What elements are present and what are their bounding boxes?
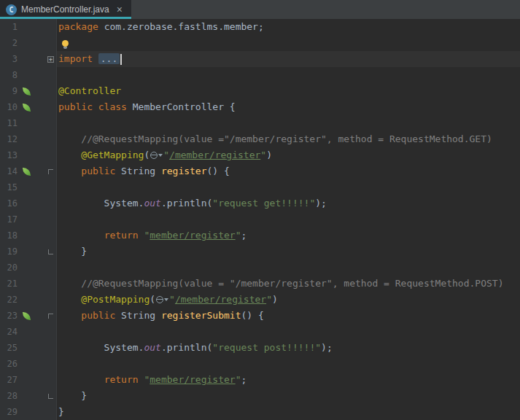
code-text[interactable]: member/register <box>150 230 235 241</box>
code-line[interactable]: return "member/register"; <box>57 372 520 388</box>
gutter-cell[interactable]: 8 <box>0 67 57 83</box>
code-line[interactable] <box>57 179 520 195</box>
gutter-cell[interactable]: 18 <box>0 228 57 244</box>
gutter-cell[interactable]: 1 <box>0 19 57 35</box>
code-line[interactable]: @PostMapping("/member/register") <box>57 292 520 308</box>
code-line[interactable] <box>57 324 520 340</box>
line-number: 13 <box>0 147 19 163</box>
code-line-row: 24 <box>0 324 520 340</box>
line-number: 14 <box>0 163 19 179</box>
gutter-cell[interactable]: 22 <box>0 292 57 308</box>
code-text: } <box>58 246 87 257</box>
line-number: 24 <box>0 324 19 340</box>
code-line[interactable] <box>57 115 520 131</box>
code-text <box>58 166 81 176</box>
code-text: @Controller <box>58 85 121 96</box>
gutter-cell[interactable]: 12 <box>0 131 57 147</box>
code-line-row: 28 } <box>0 388 520 404</box>
code-line-row: 29} <box>0 404 520 420</box>
code-line[interactable] <box>57 260 520 276</box>
spring-bean-icon[interactable] <box>23 168 31 176</box>
gutter-cell[interactable]: 21 <box>0 276 57 292</box>
code-line[interactable] <box>57 35 520 51</box>
spring-bean-icon[interactable] <box>23 104 31 112</box>
gutter-cell[interactable]: 23 <box>0 308 57 324</box>
fold-marker-expanded-bottom-icon[interactable] <box>48 394 53 399</box>
gutter-cell[interactable]: 3+ <box>0 51 57 67</box>
line-number: 25 <box>0 340 19 356</box>
fold-marker-expanded-top-icon[interactable] <box>48 314 53 319</box>
gutter-cell[interactable]: 10 <box>0 99 57 115</box>
code-line[interactable]: public class MemberController { <box>57 99 520 115</box>
code-text: ) <box>272 294 278 305</box>
java-class-icon: C <box>6 4 17 15</box>
gutter-cell[interactable]: 28 <box>0 388 57 404</box>
code-line-row: 2 <box>0 35 520 51</box>
code-line[interactable]: public String register() { <box>57 163 520 179</box>
code-line-row: 3+import ... <box>0 51 520 67</box>
code-text: //@RequestMapping(value = "/member/regis… <box>58 278 503 289</box>
gutter-cell[interactable]: 14 <box>0 163 57 179</box>
code-text: com.zerobase.fastlms.member; <box>104 21 264 32</box>
gutter-cell[interactable]: 26 <box>0 356 57 372</box>
line-number: 18 <box>0 228 19 244</box>
gutter-cell[interactable]: 13 <box>0 147 57 163</box>
code-line[interactable]: } <box>57 404 520 420</box>
code-line[interactable]: System.out.println("request get!!!!!"); <box>57 195 520 211</box>
gutter-cell[interactable]: 15 <box>0 179 57 195</box>
code-line[interactable]: @Controller <box>57 83 520 99</box>
spring-bean-icon[interactable] <box>23 88 31 96</box>
code-text: register <box>161 166 207 176</box>
line-number: 17 <box>0 211 19 228</box>
code-line-row: 13 @GetMapping("/member/register") <box>0 147 520 163</box>
code-line[interactable]: //@RequestMapping(value ="/member/regist… <box>57 131 520 147</box>
gutter-cell[interactable]: 29 <box>0 404 57 420</box>
code-line[interactable]: return "member/register"; <box>57 228 520 244</box>
dropdown-arrow-icon <box>158 154 163 157</box>
endpoint-circle-icon <box>150 152 158 159</box>
gutter-cell[interactable]: 27 <box>0 372 57 388</box>
code-text[interactable]: member/register <box>150 374 235 385</box>
gutter-cell[interactable]: 24 <box>0 324 57 340</box>
intention-bulb-icon[interactable] <box>62 40 69 47</box>
code-line-row: 20 <box>0 260 520 276</box>
gutter-cell[interactable]: 2 <box>0 35 57 51</box>
editor[interactable]: 1package com.zerobase.fastlms.member;23+… <box>0 19 520 420</box>
code-line-row: 18 return "member/register"; <box>0 228 520 244</box>
code-text[interactable]: /member/register <box>175 294 266 305</box>
endpoint-url-icon[interactable] <box>156 296 168 303</box>
fold-marker-collapsed-icon[interactable]: + <box>47 56 54 63</box>
fold-marker-expanded-top-icon[interactable] <box>48 169 53 174</box>
code-line-row: 26 <box>0 356 520 372</box>
code-line[interactable]: //@RequestMapping(value = "/member/regis… <box>57 276 520 292</box>
tab-close-icon[interactable]: × <box>117 4 123 15</box>
gutter-cell[interactable]: 9 <box>0 83 57 99</box>
code-text: registerSubmit <box>161 310 241 321</box>
code-line[interactable]: package com.zerobase.fastlms.member; <box>57 19 520 35</box>
code-line[interactable]: System.out.println("request post!!!!!"); <box>57 340 520 356</box>
code-line[interactable]: } <box>57 388 520 404</box>
tab-membercontroller-java[interactable]: C MemberController.java × <box>0 0 131 19</box>
gutter-cell[interactable]: 11 <box>0 115 57 131</box>
code-line[interactable] <box>57 356 520 372</box>
code-text[interactable]: /member/register <box>169 149 260 160</box>
gutter-cell[interactable]: 25 <box>0 340 57 356</box>
gutter-cell[interactable]: 17 <box>0 211 57 228</box>
gutter-cell[interactable]: 19 <box>0 244 57 260</box>
line-number: 29 <box>0 404 19 420</box>
code-line-row: 22 @PostMapping("/member/register") <box>0 292 520 308</box>
code-line[interactable] <box>57 211 520 228</box>
code-text: return <box>104 230 144 241</box>
code-line[interactable]: import ... <box>57 51 520 67</box>
gutter-cell[interactable]: 16 <box>0 195 57 211</box>
code-line[interactable] <box>57 67 520 83</box>
code-line-row: 12 //@RequestMapping(value ="/member/reg… <box>0 131 520 147</box>
code-line-row: 15 <box>0 179 520 195</box>
code-line[interactable]: public String registerSubmit() { <box>57 308 520 324</box>
code-line[interactable]: @GetMapping("/member/register") <box>57 147 520 163</box>
code-line[interactable]: } <box>57 244 520 260</box>
spring-bean-icon[interactable] <box>23 312 31 320</box>
endpoint-url-icon[interactable] <box>150 152 163 159</box>
fold-marker-expanded-bottom-icon[interactable] <box>48 249 53 254</box>
gutter-cell[interactable]: 20 <box>0 260 57 276</box>
